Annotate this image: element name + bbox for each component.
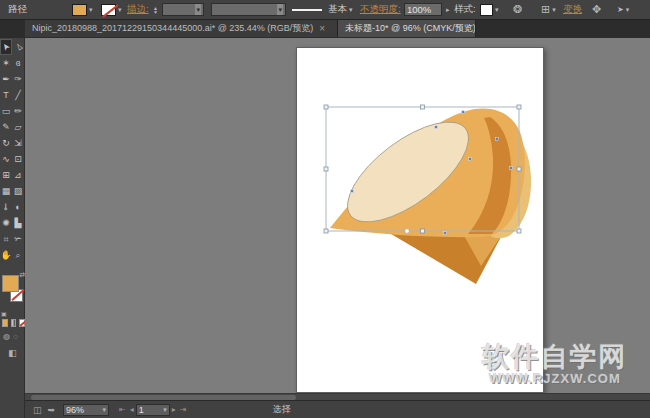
draw-behind-icon[interactable]: ◌: [13, 332, 18, 341]
chevron-down-icon[interactable]: ▾: [89, 6, 93, 14]
line-segment-tool[interactable]: ╱: [12, 87, 24, 103]
perspective-grid-tool[interactable]: ⊿: [12, 167, 24, 183]
selection-options-dropdown[interactable]: ➤ ▾: [617, 3, 629, 16]
fill-color-swatch[interactable]: [72, 4, 87, 16]
brush-definition-dropdown[interactable]: 基本 ▾: [328, 3, 353, 16]
artboard-tool[interactable]: ⌗: [0, 231, 12, 247]
document-tab-inactive[interactable]: Nipic_20180988_20171229150344445000.ai* …: [25, 20, 338, 37]
style-swatch[interactable]: [480, 4, 493, 16]
chevron-down-icon[interactable]: ▾: [163, 406, 167, 414]
status-bar-icon-1[interactable]: ◫: [33, 405, 42, 415]
chevron-down-icon[interactable]: ▾: [118, 6, 122, 14]
width-tool-icon: ∿: [2, 154, 10, 164]
mesh-tool[interactable]: ▦: [0, 183, 12, 199]
opacity-field[interactable]: 100%: [404, 3, 442, 16]
shape-builder-tool-icon: ⊞: [2, 170, 10, 180]
stroke-weight-dropdown[interactable]: ▾: [162, 3, 204, 16]
stroke-weight-stepper[interactable]: ▲▼: [153, 3, 158, 16]
chevron-down-icon[interactable]: ▾: [552, 6, 556, 14]
magic-wand-tool-icon: ✶: [2, 58, 10, 68]
scale-tool[interactable]: ⇲: [12, 135, 24, 151]
symbol-sprayer-tool[interactable]: ✺: [0, 215, 12, 231]
lasso-tool[interactable]: ɞ: [12, 55, 24, 71]
width-tool[interactable]: ∿: [0, 151, 12, 167]
rotate-tool[interactable]: ↻: [0, 135, 12, 151]
watermark-url: WWW.RJZXW.COM: [466, 372, 644, 386]
curvature-tool-icon: ✑: [14, 74, 22, 84]
symbol-sprayer-tool-icon: ✺: [2, 218, 10, 228]
arrange-documents-icon[interactable]: ✥: [592, 3, 601, 16]
chevron-down-icon[interactable]: ▾: [349, 6, 353, 14]
gradient-button[interactable]: [11, 319, 17, 327]
stroke-color-swatch[interactable]: [101, 4, 116, 16]
style-picker[interactable]: ▾: [480, 3, 499, 16]
align-dropdown[interactable]: ⊞ ▾: [541, 3, 556, 16]
zoom-level-dropdown[interactable]: 96% ▾: [63, 404, 109, 416]
fill-color-picker[interactable]: ▾: [72, 3, 93, 16]
toolbar-fill-swatch[interactable]: [2, 275, 19, 292]
chevron-down-icon[interactable]: ▾: [495, 6, 499, 14]
tools-panel: ➤▻✶ɞ✒✑T╱▭✏✎▱↻⇲∿⊡⊞⊿▦▨⊸◐✺▙⌗✃✋⌕ ⇄ ▣ ◍ ◌ ◧: [0, 38, 25, 418]
chevron-down-icon[interactable]: ▾: [277, 4, 283, 15]
previous-artboard-icon[interactable]: ◂: [130, 405, 134, 414]
pen-tool-icon: ✒: [2, 74, 10, 84]
selection-tool-icon: ➤: [0, 41, 12, 53]
draw-normal-icon[interactable]: ◍: [3, 332, 10, 341]
cursor-icon[interactable]: ➤: [617, 3, 624, 16]
pencil-tool-icon: ✎: [2, 122, 10, 132]
document-tab-active[interactable]: 未标题-10* @ 96% (CMYK/预览) ×: [338, 20, 476, 37]
default-fill-stroke-icon[interactable]: ▣: [1, 310, 7, 317]
opacity-panel-link[interactable]: 不透明度:: [360, 3, 401, 16]
type-tool[interactable]: T: [0, 87, 12, 103]
last-artboard-icon[interactable]: ⇥: [180, 405, 187, 414]
chevron-down-icon[interactable]: ▾: [195, 4, 201, 15]
column-graph-tool[interactable]: ▙: [12, 215, 24, 231]
stroke-color-picker[interactable]: ▾: [101, 3, 122, 16]
shape-builder-tool[interactable]: ⊞: [0, 167, 12, 183]
selection-tool[interactable]: ➤: [0, 39, 12, 55]
mesh-tool-icon: ▦: [2, 186, 11, 196]
opacity-stepper-icon[interactable]: ▸: [446, 6, 450, 14]
curvature-tool[interactable]: ✑: [12, 71, 24, 87]
transform-panel-link[interactable]: 变换: [563, 3, 582, 16]
magic-wand-tool[interactable]: ✶: [0, 55, 12, 71]
direct-selection-tool[interactable]: ▻: [12, 39, 24, 55]
next-artboard-icon[interactable]: ▸: [172, 405, 176, 414]
canvas-area[interactable]: 软件自学网 WWW.RJZXW.COM: [25, 38, 650, 401]
first-artboard-icon[interactable]: ⇤: [119, 405, 126, 414]
rectangle-tool[interactable]: ▭: [0, 103, 12, 119]
rotate-tool-icon: ↻: [2, 138, 10, 148]
width-profile-dropdown[interactable]: ▾: [211, 3, 286, 16]
pen-tool[interactable]: ✒: [0, 71, 12, 87]
screen-mode-icon[interactable]: ◧: [8, 348, 17, 358]
stroke-panel-link[interactable]: 描边:: [127, 3, 149, 16]
zoom-tool[interactable]: ⌕: [12, 247, 24, 263]
fill-stroke-indicator: ⇄ ▣: [0, 271, 25, 317]
style-label: 样式:: [454, 3, 476, 16]
hand-tool[interactable]: ✋: [0, 247, 12, 263]
status-bar-icon-2[interactable]: ➥: [48, 405, 56, 415]
gradient-tool[interactable]: ▨: [12, 183, 24, 199]
blend-tool[interactable]: ◐: [12, 199, 24, 215]
color-button[interactable]: [2, 319, 8, 327]
eraser-tool[interactable]: ▱: [12, 119, 24, 135]
slice-tool[interactable]: ✃: [12, 231, 24, 247]
lasso-tool-icon: ɞ: [16, 58, 21, 68]
line-segment-tool-icon: ╱: [15, 90, 20, 100]
document-tab-bar: Nipic_20180988_20171229150344445000.ai* …: [0, 20, 650, 38]
align-icon[interactable]: ⊞: [541, 3, 550, 16]
gradient-tool-icon: ▨: [14, 186, 23, 196]
artboard-tool-icon: ⌗: [3, 234, 8, 245]
eyedropper-tool[interactable]: ⊸: [0, 199, 12, 215]
free-transform-tool[interactable]: ⊡: [12, 151, 24, 167]
chevron-down-icon[interactable]: ▾: [626, 6, 630, 14]
drawing-mode-buttons: ◍ ◌: [0, 332, 25, 341]
tools-grid: ➤▻✶ɞ✒✑T╱▭✏✎▱↻⇲∿⊡⊞⊿▦▨⊸◐✺▙⌗✃✋⌕: [0, 38, 24, 263]
chevron-down-icon[interactable]: ▾: [103, 406, 107, 414]
recolor-artwork-icon[interactable]: ❂: [513, 3, 522, 16]
artboard-number-dropdown[interactable]: 1 ▾: [136, 404, 170, 416]
pencil-tool[interactable]: ✎: [0, 119, 12, 135]
paintbrush-tool-icon: ✏: [14, 106, 22, 116]
paintbrush-tool[interactable]: ✏: [12, 103, 24, 119]
close-icon[interactable]: ×: [319, 23, 325, 34]
